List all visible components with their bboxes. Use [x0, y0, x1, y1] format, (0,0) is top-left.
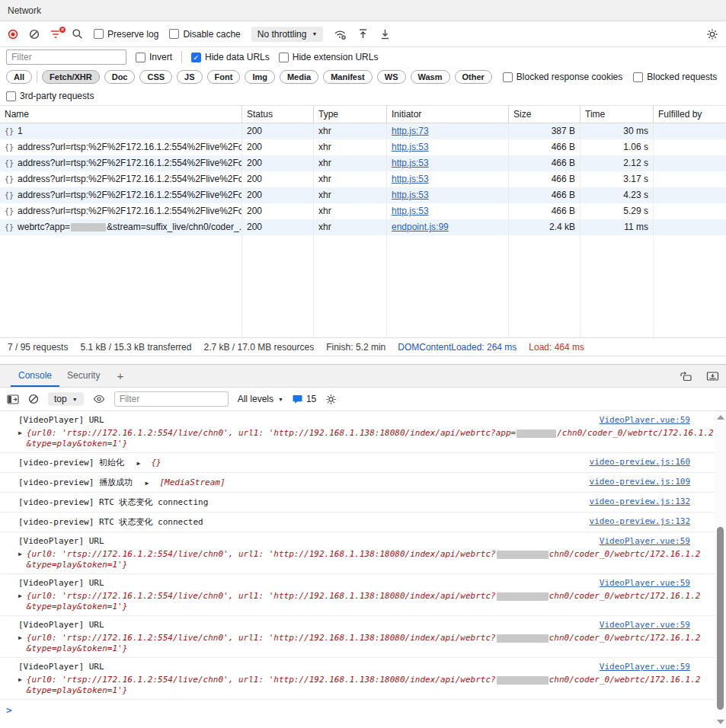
console-context-selector[interactable]: top ▼	[48, 392, 84, 406]
chip-font[interactable]: Font	[207, 70, 241, 84]
column-header-initiator[interactable]: Initiator	[387, 106, 509, 123]
scrollbar-up-arrow-icon[interactable]	[717, 415, 724, 420]
table-row[interactable]: {}address?url=rtsp:%2F%2F172.16.1.2:554%…	[0, 171, 726, 187]
log-levels-dropdown[interactable]: All levels ▼	[238, 394, 283, 404]
disable-cache-checkbox[interactable]: Disable cache	[169, 29, 240, 40]
initiator-link[interactable]: http.js:53	[392, 174, 429, 184]
chip-all[interactable]: All	[6, 70, 32, 84]
initiator-link[interactable]: http.js:53	[392, 142, 429, 152]
console-scrollbar[interactable]	[715, 411, 726, 728]
issues-counter[interactable]: 15	[293, 394, 316, 404]
third-party-requests-checkbox[interactable]: 3rd-party requests	[6, 91, 94, 101]
table-row[interactable]: {}webrtc?app=&stream=suffix_live/chn0/co…	[0, 219, 726, 235]
initiator-link[interactable]: http.js:53	[392, 158, 429, 168]
network-settings-gear-icon[interactable]	[706, 28, 718, 40]
initiator-link[interactable]: http.js:53	[392, 206, 429, 216]
cell-name[interactable]: {}address?url=rtsp:%2F%2F172.16.1.2:554%…	[0, 139, 242, 155]
chip-fetch-xhr[interactable]: Fetch/XHR	[42, 70, 100, 84]
table-row[interactable]: {}1200xhrhttp.js:73387 B30 ms	[0, 123, 726, 139]
console-prompt[interactable]: >	[0, 700, 715, 716]
expand-triangle-icon[interactable]: ▶	[137, 460, 141, 467]
column-header-status[interactable]: Status	[242, 106, 314, 123]
blocked-response-cookies-box[interactable]	[503, 72, 513, 82]
table-row[interactable]: {}address?url=rtsp:%2F%2F172.16.1.2:554%…	[0, 203, 726, 219]
blocked-requests-box[interactable]	[633, 72, 643, 82]
network-filter-icon[interactable]: ×	[50, 30, 61, 39]
console-filter-input[interactable]	[114, 391, 229, 407]
preserve-log-checkbox-box[interactable]	[94, 29, 104, 39]
hide-data-urls-checkbox[interactable]: ✓ Hide data URLs	[191, 52, 270, 62]
scrollbar-thumb[interactable]	[717, 527, 724, 710]
chip-other[interactable]: Other	[455, 70, 492, 84]
source-link[interactable]: VideoPlayer.vue:59	[600, 619, 710, 631]
column-header-type[interactable]: Type	[314, 106, 387, 123]
object-preview[interactable]: {url0: 'rtsp://172.16.1.2:554/live/chn0'…	[27, 549, 701, 570]
disable-cache-checkbox-box[interactable]	[169, 29, 179, 39]
source-link[interactable]: VideoPlayer.vue:59	[600, 661, 710, 673]
source-link[interactable]: VideoPlayer.vue:59	[600, 577, 710, 589]
expand-triangle-icon[interactable]: ▶	[18, 429, 22, 449]
console-settings-gear-icon[interactable]	[325, 394, 337, 405]
cell-name[interactable]: {}address?url=rtsp:%2F%2F172.16.1.2:554%…	[0, 187, 242, 203]
network-conditions-icon[interactable]	[334, 28, 347, 40]
table-row[interactable]: {}address?url=rtsp:%2F%2F172.16.1.2:554%…	[0, 139, 726, 155]
add-drawer-tab-button[interactable]: +	[107, 365, 133, 387]
clear-console-icon[interactable]	[28, 394, 39, 404]
column-header-fulfilled-by[interactable]: Fulfilled by	[654, 106, 726, 123]
object-preview[interactable]: {url0: 'rtsp://172.16.1.2:554/live/chn0'…	[27, 675, 701, 696]
drawer-history-icon[interactable]	[673, 365, 699, 387]
network-filter-input[interactable]	[6, 49, 126, 65]
initiator-link[interactable]: endpoint.js:99	[392, 222, 449, 232]
preserve-log-checkbox[interactable]: Preserve log	[94, 29, 158, 40]
tab-security[interactable]: Security	[59, 365, 107, 387]
chip-css[interactable]: CSS	[139, 70, 172, 84]
hide-extension-urls-checkbox-box[interactable]	[279, 53, 289, 62]
chip-js[interactable]: JS	[177, 70, 202, 84]
chip-doc[interactable]: Doc	[104, 70, 136, 84]
cell-name[interactable]: {}1	[0, 123, 242, 139]
cell-name[interactable]: {}address?url=rtsp:%2F%2F172.16.1.2:554%…	[0, 203, 242, 219]
source-link[interactable]: VideoPlayer.vue:59	[600, 414, 710, 426]
blocked-response-cookies-checkbox[interactable]: Blocked response cookies	[503, 72, 622, 82]
chip-media[interactable]: Media	[280, 70, 318, 84]
clear-network-log-icon[interactable]	[29, 29, 40, 40]
expand-triangle-icon[interactable]: ▶	[146, 480, 149, 487]
cell-name[interactable]: {}address?url=rtsp:%2F%2F172.16.1.2:554%…	[0, 155, 242, 171]
blocked-requests-checkbox[interactable]: Blocked requests	[633, 72, 717, 82]
source-link[interactable]: video-preview.js:132	[590, 516, 710, 528]
source-link[interactable]: video-preview.js:160	[590, 456, 710, 468]
object-preview[interactable]: {url0: 'rtsp://172.16.1.2:554/live/chn0'…	[27, 633, 701, 654]
search-icon[interactable]	[72, 28, 83, 40]
column-header-time[interactable]: Time	[580, 106, 654, 123]
object-preview[interactable]: [MediaStream]	[159, 477, 225, 487]
initiator-link[interactable]: http.js:73	[392, 126, 429, 136]
invert-checkbox[interactable]: Invert	[136, 52, 172, 62]
hide-extension-urls-checkbox[interactable]: Hide extension URLs	[279, 52, 379, 62]
expand-triangle-icon[interactable]: ▶	[18, 634, 22, 654]
cell-name[interactable]: {}address?url=rtsp:%2F%2F172.16.1.2:554%…	[0, 171, 242, 187]
chip-wasm[interactable]: Wasm	[411, 70, 450, 84]
throttling-dropdown[interactable]: No throttling ▼	[251, 27, 324, 42]
third-party-requests-box[interactable]	[6, 91, 16, 101]
console-sidebar-icon[interactable]	[7, 394, 19, 404]
export-har-icon[interactable]	[379, 28, 391, 40]
expand-triangle-icon[interactable]: ▶	[18, 551, 22, 570]
source-link[interactable]: VideoPlayer.vue:59	[600, 535, 710, 548]
initiator-link[interactable]: http.js:53	[392, 190, 429, 200]
column-header-name[interactable]: Name	[0, 106, 242, 123]
table-row[interactable]: {}address?url=rtsp:%2F%2F172.16.1.2:554%…	[0, 187, 726, 203]
object-preview[interactable]: {}	[151, 458, 161, 468]
expand-triangle-icon[interactable]: ▶	[18, 592, 22, 612]
record-icon[interactable]	[8, 29, 18, 40]
cell-name[interactable]: {}webrtc?app=&stream=suffix_live/chn0/co…	[0, 219, 242, 235]
table-row[interactable]: {}address?url=rtsp:%2F%2F172.16.1.2:554%…	[0, 155, 726, 171]
source-link[interactable]: video-preview.js:132	[590, 496, 710, 508]
object-preview[interactable]: {url0: 'rtsp://172.16.1.2:554/live/chn0'…	[27, 428, 714, 449]
scrollbar-down-arrow-icon[interactable]	[717, 720, 724, 724]
hide-drawer-icon[interactable]	[699, 365, 726, 387]
source-link[interactable]: video-preview.js:109	[590, 476, 710, 488]
chip-img[interactable]: Img	[245, 70, 275, 84]
hide-data-urls-checkbox-box[interactable]: ✓	[191, 53, 201, 62]
tab-console[interactable]: Console	[11, 365, 59, 387]
invert-checkbox-box[interactable]	[136, 53, 146, 62]
